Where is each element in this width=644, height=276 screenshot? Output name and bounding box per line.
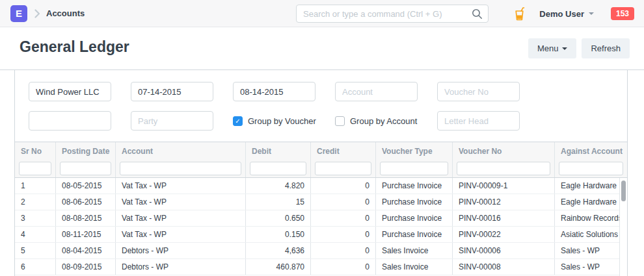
cell-against-account: Sales - WP: [555, 243, 619, 258]
filter-area: ✓ Group by Voucher ✓ Group by Account: [15, 70, 627, 142]
table-row[interactable]: 5 08-04-2015 Debtors - WP 4,636 0 Sales …: [15, 243, 619, 259]
column-header-sr-no[interactable]: Sr No: [15, 142, 56, 160]
from-date-filter-input[interactable]: [131, 82, 213, 101]
page-title: General Ledger: [20, 38, 129, 56]
group-by-account-checkbox[interactable]: ✓ Group by Account: [335, 116, 418, 126]
table-scrollbar[interactable]: [619, 178, 627, 276]
cell-account: Vat Tax - WP: [116, 210, 246, 226]
cell-against-account: Rainbow Records: [555, 210, 619, 226]
table-header-row: Sr No Posting Date Account Debit Credit …: [15, 142, 627, 160]
breadcrumb[interactable]: Accounts: [46, 8, 85, 18]
checkbox-icon[interactable]: ✓: [335, 116, 345, 126]
column-filter-account[interactable]: [120, 162, 241, 175]
cell-voucher-no: PINV-00009-1: [453, 178, 555, 194]
cell-voucher-no: PINV-00016: [453, 210, 555, 226]
column-header-voucher-no[interactable]: Voucher No: [453, 142, 555, 160]
user-name: Demo User: [539, 9, 584, 19]
extra-filter-input[interactable]: [29, 111, 111, 131]
scrollbar-thumb[interactable]: [621, 181, 626, 201]
table-body: 1 08-05-2015 Vat Tax - WP 4.820 0 Purcha…: [15, 178, 627, 275]
cell-posting-date: 08-04-2015: [56, 243, 116, 258]
account-filter-input[interactable]: [335, 82, 418, 101]
column-filter-cell: [555, 160, 627, 177]
party-filter-input[interactable]: [131, 111, 213, 131]
voucher-no-filter-input[interactable]: [437, 82, 520, 101]
group-by-voucher-label: Group by Voucher: [248, 116, 316, 126]
drink-cup-icon[interactable]: [514, 7, 525, 21]
screen: E Accounts Demo User: [0, 0, 644, 276]
cell-voucher-no: SINV-00008: [453, 259, 555, 275]
search-input[interactable]: [296, 5, 489, 23]
filter-row-1: [29, 82, 520, 101]
cell-posting-date: 08-05-2015: [56, 178, 116, 194]
cell-voucher-type: Sales Invoice: [376, 243, 453, 258]
to-date-filter-input[interactable]: [233, 82, 315, 101]
navbar: E Accounts Demo User: [0, 0, 644, 27]
table-row[interactable]: 6 08-09-2015 Debtors - WP 460.870 0 Sale…: [15, 259, 619, 275]
search-icon[interactable]: [472, 8, 483, 22]
column-filter-voucher-type[interactable]: [380, 162, 448, 175]
group-by-account-label: Group by Account: [350, 116, 417, 126]
cell-credit: 0: [311, 178, 376, 194]
column-filter-cell: [56, 160, 116, 177]
column-filter-cell: [311, 160, 376, 177]
column-filter-sr-no[interactable]: [19, 162, 51, 175]
column-filter-cell: [15, 160, 56, 177]
notification-badge[interactable]: 153: [611, 7, 634, 20]
cell-voucher-type: Purchase Invoice: [376, 227, 453, 242]
column-filter-cell: [116, 160, 246, 177]
cell-against-account: Eagle Hardware: [555, 178, 619, 194]
table-row[interactable]: 1 08-05-2015 Vat Tax - WP 4.820 0 Purcha…: [15, 178, 619, 194]
cell-against-account: Asiatic Solutions: [555, 227, 619, 242]
cell-sr-no: 6: [15, 259, 56, 275]
column-header-account[interactable]: Account: [116, 142, 246, 160]
cell-debit: 0.150: [246, 227, 311, 242]
cell-debit: 4.820: [246, 178, 311, 194]
filter-row-2: ✓ Group by Voucher ✓ Group by Account: [29, 111, 520, 131]
cell-sr-no: 5: [15, 243, 56, 258]
column-filter-credit[interactable]: [315, 162, 371, 175]
column-header-debit[interactable]: Debit: [246, 142, 311, 160]
cell-posting-date: 08-09-2015: [56, 259, 116, 275]
page-head: General Ledger Menu Refresh: [0, 27, 644, 70]
column-filter-against-account[interactable]: [559, 162, 623, 175]
cell-debit: 4,636: [246, 243, 311, 258]
datatable: Sr No Posting Date Account Debit Credit …: [15, 142, 627, 276]
cell-debit: 0.650: [246, 210, 311, 226]
letter-head-filter-input[interactable]: [437, 111, 520, 131]
app-logo-letter: E: [16, 8, 22, 19]
company-filter-input[interactable]: [29, 82, 111, 101]
column-filter-debit[interactable]: [250, 162, 306, 175]
cell-voucher-no: PINV-00012: [453, 194, 555, 210]
cell-account: Debtors - WP: [116, 259, 246, 275]
column-header-voucher-type[interactable]: Voucher Type: [376, 142, 453, 160]
menu-button[interactable]: Menu: [528, 38, 577, 58]
user-menu[interactable]: Demo User: [539, 9, 594, 19]
refresh-button[interactable]: Refresh: [582, 38, 630, 58]
checkbox-icon[interactable]: ✓: [233, 116, 243, 126]
cell-voucher-no: PINV-00022: [453, 227, 555, 242]
cell-credit: 0: [311, 210, 376, 226]
cell-sr-no: 3: [15, 210, 56, 226]
navbar-right: Demo User 153: [514, 0, 634, 27]
group-by-voucher-checkbox[interactable]: ✓ Group by Voucher: [233, 116, 315, 126]
column-filter-voucher-no[interactable]: [457, 162, 550, 175]
table-row[interactable]: 3 08-08-2015 Vat Tax - WP 0.650 0 Purcha…: [15, 210, 619, 227]
app-logo[interactable]: E: [10, 5, 27, 22]
cell-posting-date: 08-06-2015: [56, 194, 116, 210]
page-actions: Menu Refresh: [528, 38, 630, 58]
cell-account: Debtors - WP: [116, 243, 246, 258]
column-filter-posting-date[interactable]: [60, 162, 111, 175]
column-header-credit[interactable]: Credit: [311, 142, 376, 160]
cell-posting-date: 08-08-2015: [56, 210, 116, 226]
cell-voucher-type: Sales Invoice: [376, 259, 453, 275]
cell-posting-date: 08-11-2015: [56, 227, 116, 242]
cell-account: Vat Tax - WP: [116, 178, 246, 194]
cell-credit: 0: [311, 227, 376, 242]
table-row[interactable]: 2 08-06-2015 Vat Tax - WP 15 0 Purchase …: [15, 194, 619, 210]
column-header-posting-date[interactable]: Posting Date: [56, 142, 116, 160]
column-header-against-account[interactable]: Against Account: [555, 142, 627, 160]
table-row[interactable]: 4 08-11-2015 Vat Tax - WP 0.150 0 Purcha…: [15, 227, 619, 243]
breadcrumb-chevron-icon: [34, 9, 40, 18]
search-box: [296, 5, 489, 23]
